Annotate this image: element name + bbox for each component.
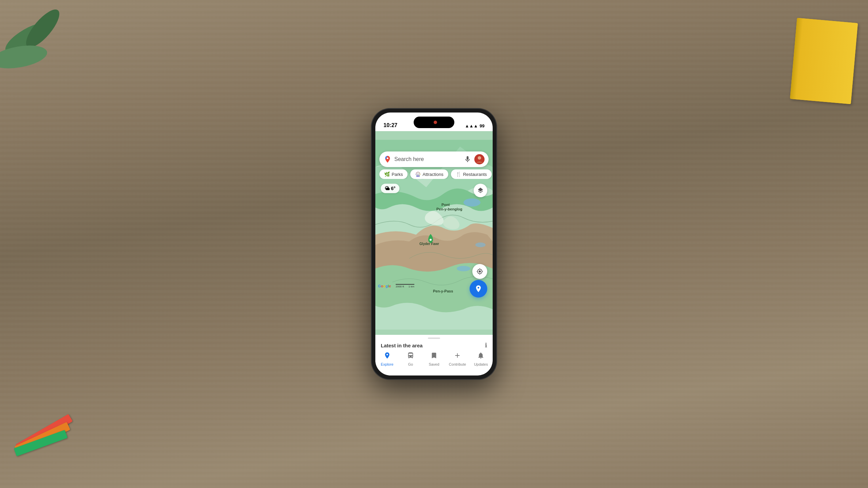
weather-widget[interactable]: 🌥 6° bbox=[381, 184, 399, 193]
bottom-panel: Latest in the area ℹ Explore bbox=[375, 335, 493, 375]
dynamic-island bbox=[414, 117, 454, 128]
chip-attractions[interactable]: 🎡 Attractions bbox=[410, 169, 448, 179]
restaurants-icon: 🍴 bbox=[456, 171, 461, 177]
nav-updates[interactable]: Updates bbox=[469, 352, 493, 366]
svg-point-15 bbox=[478, 156, 481, 160]
saved-label: Saved bbox=[429, 362, 439, 366]
nav-explore[interactable]: Explore bbox=[375, 352, 399, 366]
svg-point-10 bbox=[430, 239, 432, 241]
phone-frame: 10:27 ▲▲▲ 99 bbox=[371, 108, 497, 380]
google-maps-logo bbox=[383, 155, 392, 163]
contribute-label: Contribute bbox=[449, 362, 466, 366]
explore-label: Explore bbox=[381, 362, 393, 366]
updates-label: Updates bbox=[474, 362, 488, 366]
phone-screen: 10:27 ▲▲▲ 99 bbox=[375, 113, 493, 375]
map-area[interactable]: Pont Pen-y-benglog Glyder Fawr nant Pen-… bbox=[375, 131, 493, 338]
bottom-nav: Explore Go bbox=[375, 350, 493, 369]
scale-bar: 2000 ft 1 km bbox=[396, 284, 414, 288]
go-icon bbox=[407, 352, 414, 361]
nav-saved[interactable]: Saved bbox=[422, 352, 446, 366]
svg-text:Pen-y-Pass: Pen-y-Pass bbox=[433, 289, 453, 293]
saved-icon bbox=[430, 352, 438, 361]
search-bar[interactable]: Search here bbox=[379, 151, 489, 167]
scale-near: 2000 ft bbox=[396, 285, 404, 288]
go-label: Go bbox=[408, 362, 413, 366]
latest-area: Latest in the area ℹ bbox=[375, 339, 493, 350]
status-time: 10:27 bbox=[383, 122, 397, 128]
chip-restaurants[interactable]: 🍴 Restaurants bbox=[451, 169, 492, 179]
layer-button[interactable] bbox=[474, 184, 487, 197]
svg-text:Pen-y-benglog: Pen-y-benglog bbox=[436, 207, 462, 211]
battery-level: 99 bbox=[480, 123, 485, 128]
phone-body: 10:27 ▲▲▲ 99 bbox=[371, 108, 497, 380]
explore-icon bbox=[383, 352, 391, 361]
weather-temp: 6° bbox=[391, 186, 395, 191]
chip-restaurants-label: Restaurants bbox=[463, 172, 487, 177]
navigate-button[interactable] bbox=[470, 280, 487, 298]
dynamic-island-dot bbox=[434, 121, 437, 124]
google-watermark: Google bbox=[378, 284, 391, 288]
attractions-icon: 🎡 bbox=[415, 171, 421, 177]
chip-attractions-label: Attractions bbox=[422, 172, 443, 177]
mic-icon[interactable] bbox=[463, 155, 472, 163]
latest-title: Latest in the area bbox=[381, 343, 422, 348]
parks-icon: 🌿 bbox=[384, 171, 390, 177]
svg-point-4 bbox=[463, 199, 480, 207]
scale-far: 1 km bbox=[409, 285, 414, 288]
status-right: ▲▲▲ 99 bbox=[465, 123, 485, 128]
updates-icon bbox=[477, 352, 485, 361]
nav-go[interactable]: Go bbox=[399, 352, 422, 366]
svg-point-13 bbox=[387, 158, 389, 159]
weather-icon: 🌥 bbox=[385, 186, 390, 191]
svg-point-5 bbox=[457, 266, 470, 271]
user-avatar[interactable] bbox=[474, 154, 485, 164]
contribute-icon bbox=[454, 352, 461, 361]
chip-parks[interactable]: 🌿 Parks bbox=[379, 169, 408, 179]
category-chips: 🌿 Parks 🎡 Attractions 🍴 Restaurants 🏨 bbox=[379, 169, 493, 179]
svg-point-6 bbox=[475, 243, 486, 247]
search-placeholder: Search here bbox=[394, 156, 461, 162]
location-button[interactable] bbox=[472, 264, 487, 279]
chip-parks-label: Parks bbox=[392, 172, 403, 177]
wifi-icon: ▲▲▲ bbox=[465, 123, 478, 128]
info-icon[interactable]: ℹ bbox=[485, 342, 487, 349]
svg-text:Pont: Pont bbox=[441, 203, 450, 207]
nav-contribute[interactable]: Contribute bbox=[446, 352, 469, 366]
svg-text:Glyder Fawr: Glyder Fawr bbox=[419, 242, 439, 246]
